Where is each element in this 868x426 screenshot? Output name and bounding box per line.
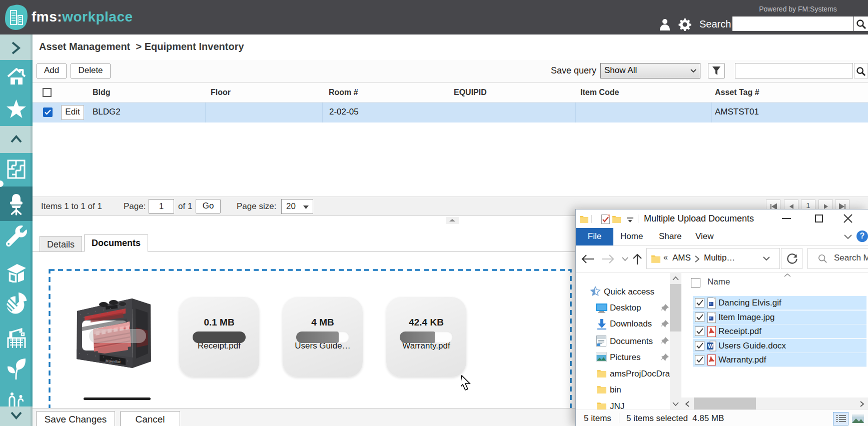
svg-text:W: W: [708, 343, 713, 349]
